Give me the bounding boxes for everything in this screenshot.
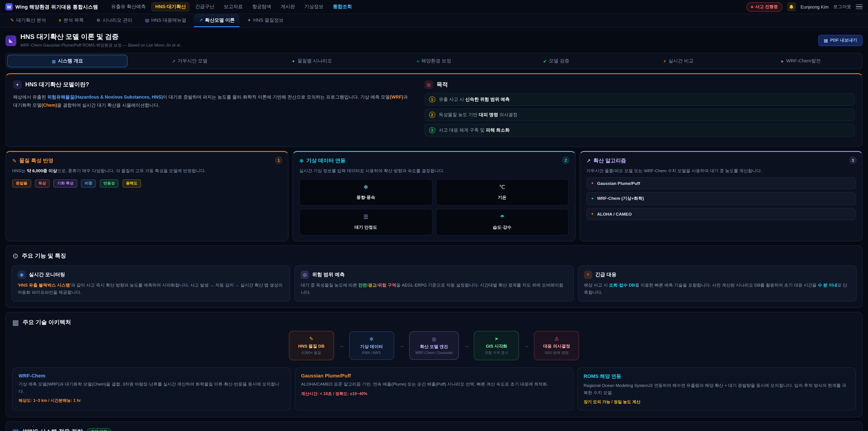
algorithm-label: Gaussian Plume/Puff bbox=[597, 181, 640, 186]
wind-icon: ✻ bbox=[299, 157, 304, 164]
card-risk-range-prediction: ◎ 위험 범위 예측 대기 중 독성물질 농도에 따른 안전/경고/위험 구역을… bbox=[294, 265, 574, 302]
flow-dispersion-engine: ◎ 확산 모델 엔진 WRF-Chem / Gaussian bbox=[409, 331, 459, 360]
algorithm-item-aloha: ✦ ALOHA / CAMEO bbox=[586, 208, 856, 220]
purpose-title: 목적 bbox=[436, 81, 448, 89]
weather-grid: ✻ 풍향·풍속 ℃ 기온 ☰ 대기 안정도 ☂ 습도·강수 bbox=[299, 179, 569, 235]
desc-part: 으로, 종류가 매우 다양합니다. 각 물질의 고유 거동 특성을 모델에 반영… bbox=[57, 168, 206, 173]
card-description: 가우시안 플룸/퍼프 모델 또는 WRF-Chem 수치 모델을 사용하여 대기… bbox=[586, 167, 856, 174]
building-icon: ▦ bbox=[12, 318, 19, 327]
tab-wrf-chem-evolution[interactable]: ➤ WRF-Chem발전 bbox=[740, 55, 861, 67]
nav-item-oil-spill[interactable]: 유출유 확산예측 bbox=[107, 2, 150, 12]
card-description: HNS는 약 6,000종 이상으로, 종류가 매우 다양합니다. 각 물질의 … bbox=[12, 167, 282, 174]
subnav-label: HNS 대응매뉴얼 bbox=[151, 17, 186, 23]
page-title-icon: ◣ bbox=[5, 35, 16, 46]
desc-part-hns: 위험유해물질(Hazardous & Noxious Substances, H… bbox=[47, 94, 163, 99]
subnav-analysis-list[interactable]: ≡ 분석 목록 bbox=[54, 14, 89, 27]
model-title: ROMS 해양 연동 bbox=[584, 373, 849, 380]
tab-system-overview[interactable]: ▦ 시스템 개요 bbox=[7, 55, 128, 67]
model-description: 기상 예측 모델(WRF)과 대기화학 모델(Chem)을 결합. 3차원 바람… bbox=[19, 380, 284, 395]
feature-cards-row: ✎ 물질 특성 반영 1 HNS는 약 6,000종 이상으로, 종류가 매우 … bbox=[5, 151, 863, 241]
subnav-model-theory[interactable]: ↗ 확산모델 이론 bbox=[194, 14, 240, 27]
nav-item-board[interactable]: 게시판 bbox=[277, 2, 299, 12]
subnav-label: 확산모델 이론 bbox=[205, 17, 235, 23]
tab-substance-scenarios[interactable]: ✦ 물질별 시나리오 bbox=[252, 55, 372, 67]
section-subnav: ✎ 대기확산 분석 ≡ 분석 목록 ⚙ 시나리오 관리 ▤ HNS 대응매뉴얼 … bbox=[0, 14, 868, 28]
flow-subtitle: KMA / AWS bbox=[355, 351, 388, 355]
card-emergency-response: ⚡ 긴급 대응 해상 사고 시 조회·접수 DB를 이용한 빠른 예측 기술을 … bbox=[578, 265, 857, 302]
incident-status-badge[interactable]: 사고 진행중 bbox=[746, 2, 782, 11]
logout-button[interactable]: 로그아웃 bbox=[833, 4, 851, 10]
purpose-text: 유출 사고 시 bbox=[439, 97, 465, 102]
book-icon: ▤ bbox=[145, 18, 149, 23]
app-logo[interactable]: W Wing 해양환경 위기대응 통합시스템 bbox=[5, 3, 98, 10]
tab-label: WRF-Chem발전 bbox=[786, 58, 821, 64]
nav-item-hns-dispersion[interactable]: HNS·대기확산 bbox=[151, 2, 190, 12]
card-title: 확산 알고리즘 bbox=[593, 157, 626, 164]
intro-description: 해상에서 유출된 위험유해물질(Hazardous & Noxious Subs… bbox=[13, 93, 412, 110]
tab-model-validation[interactable]: ✔ 모델 검증 bbox=[496, 55, 616, 67]
tag-evaporation: 증발율 bbox=[12, 179, 31, 187]
desc-part: 해상에서 유출된 bbox=[13, 94, 47, 99]
functions-panel: ⚙ 주요 기능 및 특징 ◉ 실시간 모니터링 'HNS 유출 블랙박스 시스템… bbox=[5, 245, 863, 308]
hamburger-menu-icon[interactable] bbox=[856, 4, 863, 9]
card-title: 위험 범위 예측 bbox=[312, 271, 345, 278]
pencil-icon: ✎ bbox=[10, 18, 14, 23]
weather-label: 습도·강수 bbox=[493, 224, 511, 229]
purpose-number-badge: 1 bbox=[429, 96, 435, 102]
nav-item-weather-info[interactable]: 기상정보 bbox=[301, 2, 328, 12]
subnav-hns-substance-info[interactable]: ✦ HNS 물질정보 bbox=[243, 14, 289, 27]
tag-vaporization: 기화 특성 bbox=[54, 179, 77, 187]
purpose-item: 3 사고 대응 체계 구축 및 피해 최소화 bbox=[424, 124, 855, 136]
intro-panel: ✦ HNS 대기확산 모델이란? 해상에서 유출된 위험유해물질(Hazardo… bbox=[5, 73, 863, 147]
nav-item-emergency-rescue[interactable]: 긴급구난 bbox=[191, 2, 218, 12]
nav-item-reports[interactable]: 보고자료 bbox=[220, 2, 247, 12]
hns-dispersion-theory-page: W Wing 해양환경 위기대응 통합시스템 유출유 확산예측 HNS·대기확산… bbox=[0, 0, 868, 431]
purpose-text: 독성물질 농도 기반 bbox=[439, 112, 479, 117]
tag-reactivity: 반응성 bbox=[100, 179, 119, 187]
flask-icon: ✦ bbox=[291, 59, 295, 63]
nav-item-integrated-search[interactable]: 통합조회 bbox=[329, 2, 356, 12]
purpose-keyword: 대피 명령 bbox=[479, 112, 498, 117]
purpose-number-badge: 2 bbox=[429, 112, 435, 118]
model-meta: 계산시간: < 10초 / 정확도: ±10~40% bbox=[301, 391, 567, 397]
theory-tab-bar: ▦ 시스템 개요 ↗ 가우시안 모델 ✦ 물질별 시나리오 ≈ 해양환경 보정 … bbox=[5, 53, 863, 69]
body-part: 를 이용한 빠른 예측 기술을 포함합니다. 사전 계산된 시나리오 DB를 활… bbox=[635, 282, 818, 287]
notification-bell-icon[interactable] bbox=[787, 2, 796, 11]
subnav-label: 분석 목록 bbox=[64, 17, 84, 23]
nav-item-aerial-search[interactable]: 항공탐색 bbox=[248, 2, 275, 12]
incident-dot-icon bbox=[751, 6, 753, 8]
pencil-icon: ✎ bbox=[12, 157, 17, 164]
tab-label: 시스템 개요 bbox=[58, 58, 83, 64]
purpose-number-badge: 3 bbox=[429, 127, 435, 133]
chart-icon: ↗ bbox=[199, 18, 203, 23]
alarm-icon: ⚠ bbox=[540, 336, 573, 342]
subnav-hns-manual[interactable]: ▤ HNS 대응매뉴얼 bbox=[140, 14, 191, 27]
tab-label: 해양환경 보정 bbox=[421, 58, 451, 64]
subnav-dispersion-analysis[interactable]: ✎ 대기확산 분석 bbox=[5, 14, 51, 27]
list-icon: ≡ bbox=[59, 18, 61, 23]
wave-icon: ≈ bbox=[417, 59, 419, 63]
bar-chart-icon: ☰ bbox=[303, 214, 429, 220]
tab-marine-correction[interactable]: ≈ 해양환경 보정 bbox=[374, 55, 494, 67]
flow-weather-data: ✻ 기상 데이터 KMA / AWS bbox=[349, 331, 394, 360]
flow-title: 기상 데이터 bbox=[355, 344, 388, 350]
card-number-badge: 2 bbox=[562, 156, 569, 164]
tab-gaussian-model[interactable]: ↗ 가우시안 모델 bbox=[129, 55, 250, 67]
incident-label: 사고 진행중 bbox=[755, 4, 778, 10]
subnav-scenario-management[interactable]: ⚙ 시나리오 관리 bbox=[92, 14, 137, 27]
droplet-icon: ☂ bbox=[439, 214, 565, 220]
pdf-export-label: PDF 내보내기 bbox=[830, 37, 857, 43]
card-realtime-monitoring: ◉ 실시간 모니터링 'HNS 유출 블랙박스 시스템'과 같이 사고 즉시 확… bbox=[11, 265, 290, 302]
flow-subtitle: 위험 구역 표시 bbox=[480, 350, 513, 355]
purpose-keyword: 신속한 위험 범위 예측 bbox=[465, 97, 510, 102]
page-header-left: ◣ HNS 대기확산 모델 이론 및 검증 WRF-Chem·Gaussian … bbox=[5, 33, 181, 49]
model-cards-row: WRF-Chem 기상 예측 모델(WRF)과 대기화학 모델(Chem)을 결… bbox=[12, 368, 856, 411]
pdf-export-button[interactable]: ▤ PDF 내보내기 bbox=[818, 35, 863, 46]
page-subtitle: WRF-Chem·Gaussian Plume/Puff·ROMS·해양환경 보… bbox=[20, 42, 181, 49]
target-icon: ◎ bbox=[424, 81, 433, 89]
model-title: WRF-Chem bbox=[19, 373, 284, 378]
intro-definition: ✦ HNS 대기확산 모델이란? 해상에서 유출된 위험유해물질(Hazardo… bbox=[13, 81, 412, 139]
flow-title: GIS 시각화 bbox=[480, 343, 513, 349]
tab-realtime-comparison[interactable]: ⚡ 실시간 비교 bbox=[618, 55, 739, 67]
wind-icon: ✻ bbox=[355, 336, 388, 342]
